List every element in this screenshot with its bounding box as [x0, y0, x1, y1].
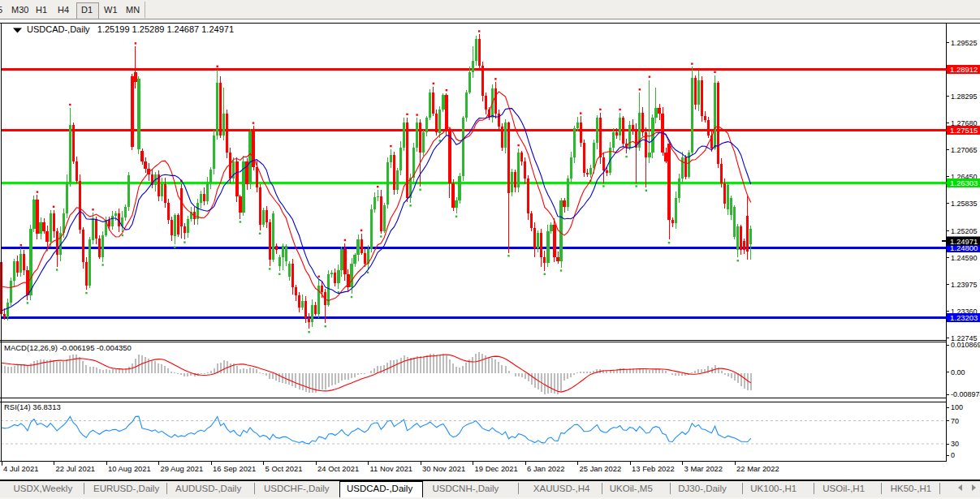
svg-text:6 Jan 2022: 6 Jan 2022 — [527, 464, 564, 473]
svg-text:1.28912: 1.28912 — [950, 65, 978, 74]
svg-text:1.27515: 1.27515 — [950, 126, 978, 135]
svg-text:22 Mar 2022: 22 Mar 2022 — [736, 464, 779, 473]
svg-text:30 Nov 2021: 30 Nov 2021 — [422, 464, 465, 473]
svg-text:5 Oct 2021: 5 Oct 2021 — [266, 464, 303, 473]
svg-text:-0.008974: -0.008974 — [951, 390, 980, 398]
svg-text:29 Aug 2021: 29 Aug 2021 — [161, 464, 204, 473]
svg-text:1.24590: 1.24590 — [951, 254, 978, 262]
svg-text:1.23203: 1.23203 — [950, 313, 978, 322]
svg-text:1.29525: 1.29525 — [951, 39, 978, 47]
svg-text:11 Nov 2021: 11 Nov 2021 — [370, 464, 412, 473]
svg-text:3 Mar 2022: 3 Mar 2022 — [684, 464, 723, 473]
svg-text:30: 30 — [951, 440, 959, 448]
svg-text:1.25205: 1.25205 — [951, 227, 978, 235]
svg-text:1.27065: 1.27065 — [951, 146, 978, 154]
svg-text:24 Oct 2021: 24 Oct 2021 — [317, 464, 359, 473]
svg-text:100: 100 — [951, 403, 963, 411]
svg-text:MACD(12,26,9) -0.006195 -0.004: MACD(12,26,9) -0.006195 -0.004350 — [4, 343, 132, 352]
svg-text:1.28295: 1.28295 — [951, 92, 978, 101]
svg-text:USDCAD-,Daily 1.25199 1.2528: USDCAD-,Daily 1.25199 1.25289 1.24687 1.… — [27, 24, 234, 34]
svg-text:70: 70 — [951, 417, 959, 425]
svg-text:16 Sep 2021: 16 Sep 2021 — [213, 464, 256, 473]
svg-text:RSI(14) 36.8313: RSI(14) 36.8313 — [4, 402, 61, 411]
svg-text:0: 0 — [951, 451, 955, 459]
svg-text:0.00: 0.00 — [951, 368, 965, 376]
svg-text:10 Aug 2021: 10 Aug 2021 — [108, 464, 151, 473]
svg-text:25 Jan 2022: 25 Jan 2022 — [580, 464, 622, 473]
svg-text:19 Dec 2021: 19 Dec 2021 — [475, 464, 518, 473]
svg-text:22 Jul 2021: 22 Jul 2021 — [56, 464, 95, 473]
svg-text:1.23975: 1.23975 — [951, 281, 978, 289]
svg-text:1.24971: 1.24971 — [950, 237, 978, 246]
svg-text:4 Jul 2021: 4 Jul 2021 — [3, 464, 38, 473]
svg-text:1.26303: 1.26303 — [950, 179, 978, 187]
svg-text:13 Feb 2022: 13 Feb 2022 — [632, 464, 675, 473]
svg-text:0.010869: 0.010869 — [951, 341, 980, 349]
svg-text:1.25835: 1.25835 — [951, 200, 978, 208]
